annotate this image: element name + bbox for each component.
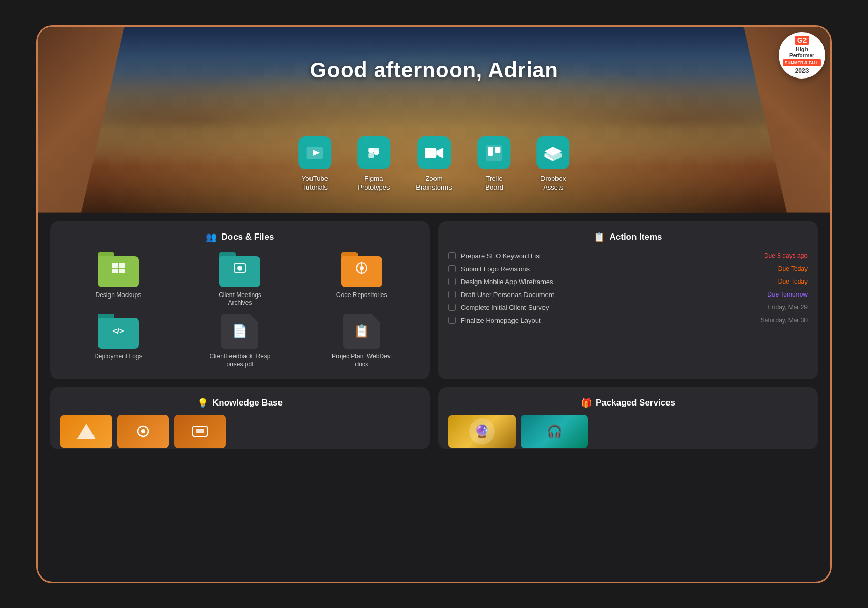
g2-logo: G2	[795, 36, 810, 45]
action-item-6: Finalize Homepage Layout Saturday, Mar 3…	[448, 317, 808, 324]
packaged-services-icon: 🎁	[581, 398, 592, 409]
quick-link-figma[interactable]: FigmaPrototypes	[357, 136, 390, 192]
main-content: 👥 Docs & Files	[38, 213, 830, 387]
folder-inner-icon	[111, 262, 126, 277]
kb-thumb-1[interactable]	[60, 415, 112, 448]
file-item-code-repos[interactable]: Code Repositories	[304, 252, 420, 307]
checkbox-5[interactable]	[448, 304, 456, 311]
docs-files-panel: 👥 Docs & Files	[50, 221, 430, 379]
svg-point-20	[237, 266, 242, 271]
action-item-4: Draft User Personas Document Due Tomorro…	[448, 291, 808, 299]
svg-rect-5	[374, 148, 379, 153]
kb-thumb-3[interactable]	[174, 415, 226, 448]
action-items-header: 📋 Action Items	[448, 231, 808, 243]
svg-rect-18	[119, 269, 125, 273]
ps-thumb-1[interactable]: 🔮	[448, 415, 516, 448]
checkbox-6[interactable]	[448, 317, 456, 324]
action-items-panel: 📋 Action Items Prepare SEO Keyword List …	[438, 221, 818, 379]
svg-point-22	[360, 266, 364, 270]
zoom-icon-box	[417, 136, 451, 169]
quick-link-dropbox[interactable]: DropboxAssets	[537, 136, 570, 192]
docx-icon: 📋	[354, 324, 369, 338]
svg-rect-17	[112, 269, 118, 273]
action-due-2: Due Today	[778, 265, 808, 272]
action-item-2: Submit Logo Revisions Due Today	[448, 265, 808, 273]
file-item-project-plan[interactable]: 📋 ProjectPlan_WebDev.docx	[304, 314, 420, 369]
greeting-text: Good afternoon, Adrian	[38, 58, 830, 83]
packaged-services-title: Packaged Services	[596, 398, 675, 408]
quick-link-zoom[interactable]: ZoomBrainstorms	[416, 136, 452, 192]
quick-link-trello[interactable]: TrelloBoard	[478, 136, 511, 192]
client-feedback-file-icon: 📄	[221, 314, 258, 349]
svg-marker-7	[436, 148, 443, 158]
svg-rect-16	[119, 263, 125, 268]
file-item-client-feedback[interactable]: 📄 ClientFeedback_Responses.pdf	[182, 314, 298, 369]
docs-files-header: 👥 Docs & Files	[60, 231, 420, 243]
quick-link-youtube[interactable]: YouTubeTutorials	[298, 136, 331, 192]
svg-rect-10	[495, 147, 501, 153]
knowledge-base-thumbnails	[60, 415, 420, 448]
action-items-title: Action Items	[609, 232, 662, 242]
svg-marker-25	[77, 424, 96, 439]
packaged-services-thumbnails: 🔮 🎧	[448, 415, 808, 448]
figma-label: FigmaPrototypes	[358, 175, 390, 192]
knowledge-base-title: Knowledge Base	[212, 398, 283, 408]
action-due-5: Friday, Mar 29	[768, 304, 808, 311]
ps-thumb-2[interactable]: 🎧	[521, 415, 588, 448]
action-text-1: Prepare SEO Keyword List	[461, 252, 759, 260]
checkbox-3[interactable]	[448, 278, 456, 285]
folder-inner-icon: </>	[112, 326, 124, 336]
file-item-client-meetings[interactable]: Client MeetingsArchives	[182, 252, 298, 307]
action-text-3: Design Mobile App Wireframes	[461, 278, 773, 286]
hero-section: Good afternoon, Adrian YouTubeTutorials	[38, 27, 830, 213]
action-text-6: Finalize Homepage Layout	[461, 317, 755, 324]
action-item-1: Prepare SEO Keyword List Due 8 days ago	[448, 252, 808, 260]
file-item-design-mockups[interactable]: Design Mockups	[60, 252, 176, 307]
file-item-deployment-logs[interactable]: </> Deployment Logs	[60, 314, 176, 369]
svg-rect-9	[488, 147, 493, 156]
docs-files-title: Docs & Files	[221, 232, 274, 242]
action-items-list: Prepare SEO Keyword List Due 8 days ago …	[448, 252, 808, 324]
checkbox-2[interactable]	[448, 265, 456, 272]
youtube-label: YouTubeTutorials	[302, 175, 328, 192]
client-feedback-label: ClientFeedback_Responses.pdf	[209, 353, 270, 369]
packaged-services-header: 🎁 Packaged Services	[448, 398, 808, 409]
svg-point-27	[141, 429, 145, 433]
knowledge-base-panel: 💡 Knowledge Base	[50, 387, 430, 449]
deployment-logs-label: Deployment Logs	[94, 353, 142, 361]
action-text-4: Draft User Personas Document	[461, 291, 762, 299]
code-repos-label: Code Repositories	[336, 291, 388, 300]
folder-inner-icon	[233, 262, 246, 277]
pdf-icon: 📄	[232, 324, 247, 338]
action-due-4: Due Tomorrow	[767, 291, 808, 298]
checkbox-4[interactable]	[448, 291, 456, 298]
client-meetings-folder-icon	[219, 252, 260, 287]
quick-links-bar: YouTubeTutorials FigmaPrototypes	[298, 136, 569, 192]
g2-high-text: High	[796, 46, 808, 52]
client-meetings-label: Client MeetingsArchives	[219, 291, 261, 307]
design-mockups-label: Design Mockups	[95, 291, 141, 300]
youtube-icon-box	[298, 136, 331, 169]
figma-icon-box	[357, 136, 390, 169]
g2-badge: G2 High Performer SUMMER & FALL 2023	[779, 32, 825, 79]
knowledge-base-icon: 💡	[197, 398, 208, 409]
folder-inner-icon	[355, 261, 368, 278]
action-text-5: Complete Initial Client Survey	[461, 304, 763, 311]
kb-thumb-2[interactable]	[117, 415, 169, 448]
svg-rect-3	[368, 148, 374, 153]
g2-year: 2023	[795, 67, 809, 74]
device-frame: G2 High Performer SUMMER & FALL 2023 Goo…	[36, 25, 832, 583]
action-due-1: Due 8 days ago	[764, 252, 808, 259]
action-text-2: Submit Logo Revisions	[461, 265, 773, 273]
code-repos-folder-icon	[341, 252, 382, 287]
project-plan-file-icon: 📋	[343, 314, 380, 349]
deployment-logs-folder-icon: </>	[98, 314, 139, 349]
project-plan-label: ProjectPlan_WebDev.docx	[332, 353, 392, 369]
bottom-panels: 💡 Knowledge Base	[38, 387, 830, 458]
design-mockups-folder-icon	[98, 252, 139, 287]
trello-label: TrelloBoard	[485, 175, 503, 192]
svg-rect-4	[368, 153, 374, 158]
files-grid: Design Mockups Client Mee	[60, 252, 420, 369]
trello-icon-box	[478, 136, 511, 169]
checkbox-1[interactable]	[448, 252, 456, 259]
